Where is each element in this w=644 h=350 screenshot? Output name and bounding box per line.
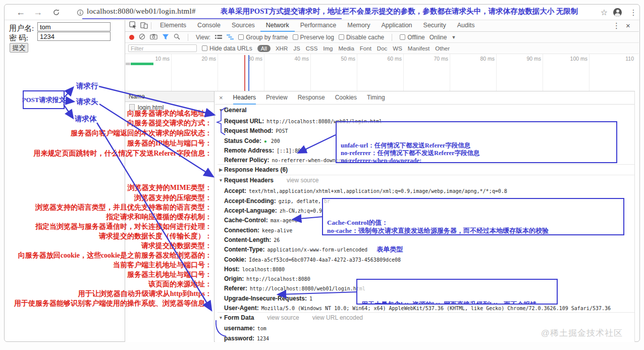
watermark: @稀土掘金技术社区 [541, 327, 623, 339]
preserve-log-checkbox[interactable]: Preserve log [293, 34, 334, 41]
details-tab[interactable]: Cookies [335, 91, 357, 105]
red-annotation-line: 浏览器支持的语言类型，并且优先支持靠前的语言类型： [35, 203, 212, 212]
funnel-icon [162, 34, 169, 40]
view-source-link[interactable]: view source [287, 177, 318, 184]
chevron-down-icon[interactable]: ▼ [451, 35, 456, 40]
details-tab[interactable]: Headers [233, 91, 256, 105]
filter-input[interactable] [128, 44, 197, 52]
filter-type[interactable]: Media [338, 45, 354, 52]
device-toolbar-icon[interactable] [140, 21, 148, 31]
username-field[interactable] [37, 22, 111, 31]
red-annotation-line: 该页面的来源地址： [148, 279, 212, 289]
response-headers-section-header[interactable]: ▶ Response Headers (6) [218, 164, 634, 175]
password-label: 密 码: [9, 33, 28, 43]
throttling-select[interactable]: Online [430, 34, 447, 41]
back-button[interactable]: ← [15, 5, 27, 20]
filter-type[interactable]: XHR [276, 45, 288, 52]
filter-type[interactable]: CSS [306, 45, 318, 52]
red-annotation-line: 服务器向客户端返回的本次请求的响应状态： [71, 128, 212, 138]
timeline-tick-label: 90 ms [497, 54, 543, 91]
view-source-link[interactable]: view URL encoded [312, 314, 363, 321]
offline-checkbox[interactable]: Offline [400, 34, 424, 41]
clear-icon [139, 33, 145, 40]
reload-button[interactable] [50, 5, 62, 20]
devtools-tab[interactable]: Performance [295, 20, 342, 32]
filter-type[interactable]: Font [360, 45, 371, 52]
request-headers-section-header[interactable]: ▼ Request Headers view source [218, 175, 634, 185]
red-annotation-line: 请求提交的数据类型： [141, 241, 212, 251]
hide-data-urls-checkbox[interactable]: Hide data URLs [202, 45, 252, 52]
red-annotation-line: 用于让浏览器自动升级请求从http到https： [78, 289, 212, 298]
timeline-tick-label: 70 ms [404, 54, 450, 91]
devtools-tab[interactable]: Audits [452, 20, 480, 32]
general-section-header[interactable]: ▼ General [218, 105, 634, 116]
disable-cache-checkbox[interactable]: Disable cache [339, 34, 384, 41]
request-body-label: 请求体 [75, 114, 97, 124]
checkbox-icon [339, 34, 344, 40]
triangle-down-icon: ▼ [218, 313, 224, 323]
filter-type[interactable]: Other [435, 45, 450, 52]
devtools-close-icon[interactable]: × [626, 21, 630, 30]
devtools-tab[interactable]: Elements [154, 20, 192, 32]
timeline-overview[interactable]: 10 ms20 ms30 ms40 ms50 ms60 ms70 ms80 ms… [125, 54, 635, 91]
devtools-tab[interactable]: Sources [226, 20, 260, 32]
status-green-dot: ● [264, 138, 267, 144]
url-bar[interactable]: localhost:8080/web01/login.html# [87, 7, 196, 16]
filter-type-all[interactable]: All [257, 45, 271, 52]
view-label: View: [196, 34, 210, 41]
details-tab[interactable]: Response [298, 91, 325, 105]
note-line: no-cache：强制每次请求直接发送给源服务器，而不经过本地缓存版本的校验 [327, 227, 619, 235]
red-annotation-line: 向服务器提交请求的方式： [127, 118, 212, 128]
browser-menu-icon[interactable]: ⋮ [627, 5, 639, 20]
red-annotation-line: 浏览器支持的MIME类型： [128, 183, 212, 192]
list-view-icon[interactable] [215, 33, 222, 42]
details-tab[interactable]: Preview [266, 91, 288, 105]
filter-bar: Hide data URLs All XHRJSCSSImgMediaFontD… [125, 43, 639, 54]
filter-type[interactable]: Manifest [408, 45, 430, 52]
forward-button[interactable]: → [32, 5, 44, 20]
timeline-tick-label: 40 ms [264, 54, 311, 91]
info-icon[interactable] [74, 5, 86, 20]
clear-button[interactable] [139, 33, 145, 42]
details-scrollbar-track[interactable] [634, 91, 635, 342]
filter-type[interactable]: JS [293, 45, 300, 52]
header-row: Content-Type:application/x-www-form-urle… [218, 244, 634, 254]
red-annotation-line: 向服务器放回cookie，这些cookie是之前服务器发给浏览器的： [18, 251, 212, 260]
referrer-policy-note-box: unfafe-url：任何情况下都发送Referer字段信息no-referre… [336, 121, 617, 163]
record-button[interactable] [129, 35, 134, 40]
section-links: view sourceview URL encoded [254, 313, 363, 323]
note-line: 用于大量包含http资源的http网页直接升级到https而不会报错， [361, 299, 553, 305]
devtools-menu-icon[interactable]: ⋮ [613, 21, 620, 30]
devtools-tab[interactable]: Security [418, 20, 452, 32]
devtools-tabs: ElementsConsoleSourcesNetworkPerformance… [154, 20, 480, 32]
search-button[interactable] [174, 33, 180, 42]
filter-toggle-button[interactable] [162, 33, 169, 42]
filter-types: XHRJSCSSImgMediaFontDocWSManifestOther [276, 45, 450, 52]
screenshot-button[interactable] [150, 33, 157, 42]
bookmark-star-icon[interactable]: ☆ [598, 5, 610, 20]
filter-type[interactable]: Doc [377, 45, 387, 52]
group-by-frame-checkbox[interactable]: Group by frame [238, 34, 288, 41]
triangle-right-icon: ▶ [218, 165, 224, 175]
timeline-tick-label: 110 [589, 54, 635, 91]
filter-type[interactable]: Img [323, 45, 333, 52]
view-source-link[interactable]: view source [267, 314, 299, 321]
form-data-section-header[interactable]: ▼ Form Data view sourceview URL encoded [218, 312, 634, 323]
filter-type[interactable]: WS [393, 45, 402, 52]
devtools-tab[interactable]: Console [192, 20, 226, 32]
header-row: Content-Length:26 [218, 234, 634, 244]
devtools-tab[interactable]: Application [375, 20, 417, 32]
waterfall-view-icon[interactable] [227, 33, 234, 42]
name-column-header[interactable]: Name [125, 91, 214, 102]
submit-button[interactable]: 提交 [10, 43, 28, 53]
close-icon[interactable]: × [219, 94, 223, 102]
details-tab[interactable]: Timing [367, 91, 385, 105]
password-field[interactable] [37, 32, 111, 41]
red-annotation-line: 向服务器请求的域名地址： [127, 109, 212, 118]
avatar[interactable] [613, 8, 622, 17]
inspect-element-icon[interactable] [129, 21, 137, 31]
devtools-tab[interactable]: Memory [342, 20, 375, 32]
devtools-tab[interactable]: Network [260, 20, 295, 32]
timeline-tick-label: 80 ms [450, 54, 497, 91]
red-annotation-line: 用于使服务器能够识别客户端使用的操作系统、浏览器等信息： [14, 298, 212, 308]
